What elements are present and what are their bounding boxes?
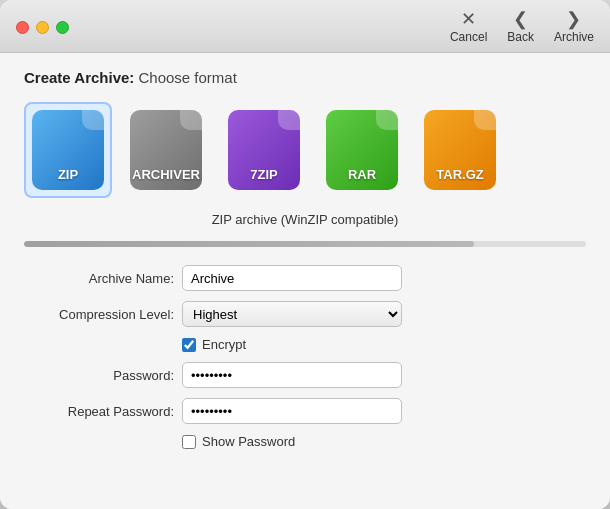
toolbar-actions: ✕ Cancel ❮ Back ❯ Archive (450, 10, 594, 44)
repeat-password-label: Repeat Password: (24, 404, 174, 419)
format-item-sevenzip[interactable]: 7ZIP (220, 102, 308, 198)
format-picker: ZIP ARCHIVER 7ZIP RAR TAR.GZ (24, 102, 586, 198)
maximize-button[interactable] (56, 21, 69, 34)
targz-icon: TAR.GZ (424, 110, 496, 190)
encrypt-checkbox[interactable] (182, 338, 196, 352)
archive-name-row: Archive Name: (24, 265, 586, 291)
progress-bar (24, 241, 586, 247)
password-row: Password: (24, 362, 586, 388)
format-item-targz[interactable]: TAR.GZ (416, 102, 504, 198)
progress-bar-fill (24, 241, 474, 247)
format-item-zip[interactable]: ZIP (24, 102, 112, 198)
encrypt-label[interactable]: Encrypt (202, 337, 246, 352)
format-item-rar[interactable]: RAR (318, 102, 406, 198)
section-title: Create Archive: Choose format (24, 69, 586, 86)
title-bar: ✕ Cancel ❮ Back ❯ Archive (0, 0, 610, 53)
show-password-row: Show Password (182, 434, 586, 449)
show-password-label[interactable]: Show Password (202, 434, 295, 449)
main-window: ✕ Cancel ❮ Back ❯ Archive Create Archive… (0, 0, 610, 509)
rar-icon: RAR (326, 110, 398, 190)
archive-button[interactable]: ❯ Archive (554, 10, 594, 44)
format-item-archiver[interactable]: ARCHIVER (122, 102, 210, 198)
back-button[interactable]: ❮ Back (507, 10, 534, 44)
repeat-password-input[interactable] (182, 398, 402, 424)
cancel-icon: ✕ (461, 10, 476, 28)
archive-name-input[interactable] (182, 265, 402, 291)
compression-level-row: Compression Level: Lowest Low Normal Hig… (24, 301, 586, 327)
format-description: ZIP archive (WinZIP compatible) (24, 212, 586, 227)
back-icon: ❮ (513, 10, 528, 28)
content-area: Create Archive: Choose format ZIP ARCHIV… (0, 53, 610, 509)
form-section: Archive Name: Compression Level: Lowest … (24, 261, 586, 449)
password-label: Password: (24, 368, 174, 383)
cancel-button[interactable]: ✕ Cancel (450, 10, 487, 44)
zip-icon: ZIP (32, 110, 104, 190)
show-password-checkbox[interactable] (182, 435, 196, 449)
archive-name-label: Archive Name: (24, 271, 174, 286)
archiver-icon: ARCHIVER (130, 110, 202, 190)
archive-forward-icon: ❯ (566, 10, 581, 28)
sevenzip-icon: 7ZIP (228, 110, 300, 190)
traffic-lights (16, 21, 69, 34)
repeat-password-row: Repeat Password: (24, 398, 586, 424)
encrypt-row: Encrypt (182, 337, 586, 352)
close-button[interactable] (16, 21, 29, 34)
minimize-button[interactable] (36, 21, 49, 34)
compression-level-select[interactable]: Lowest Low Normal High Highest (182, 301, 402, 327)
compression-level-label: Compression Level: (24, 307, 174, 322)
password-input[interactable] (182, 362, 402, 388)
